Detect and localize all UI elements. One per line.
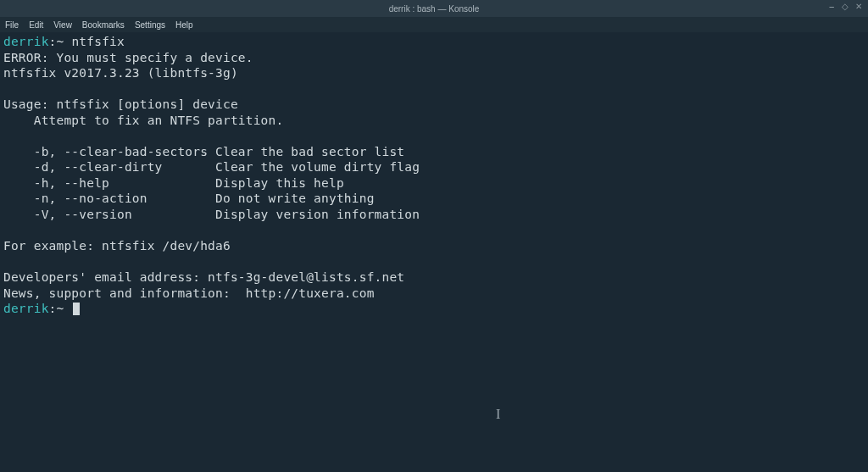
- output-line: -h, --help Display this help: [3, 176, 344, 190]
- window-controls: ‒ ◇ ✕: [827, 3, 863, 11]
- command-input: ntfsfix: [71, 35, 125, 48]
- maximize-icon[interactable]: ◇: [841, 3, 849, 11]
- prompt-sep: :: [49, 35, 57, 48]
- window-titlebar: derrik : bash — Konsole ‒ ◇ ✕: [0, 0, 868, 17]
- minimize-icon[interactable]: ‒: [827, 3, 836, 11]
- output-line: -d, --clear-dirty Clear the volume dirty…: [3, 160, 420, 174]
- output-line: Attempt to fix an NTFS partition.: [3, 114, 283, 127]
- menu-bookmarks[interactable]: Bookmarks: [82, 20, 125, 30]
- output-line: ntfsfix v2017.3.23 (libntfs-3g): [3, 66, 238, 80]
- output-line: -b, --clear-bad-sectors Clear the bad se…: [3, 145, 404, 158]
- terminal-cursor: [73, 303, 80, 315]
- menu-settings[interactable]: Settings: [135, 20, 165, 30]
- menu-help[interactable]: Help: [175, 20, 193, 30]
- output-line: -V, --version Display version informatio…: [3, 208, 420, 221]
- prompt-user: derrik: [3, 35, 49, 48]
- output-line: For example: ntfsfix /dev/hda6: [3, 239, 231, 253]
- menubar: File Edit View Bookmarks Settings Help: [0, 17, 868, 32]
- terminal-area[interactable]: derrik:~ ntfsfix ERROR: You must specify…: [0, 32, 868, 319]
- menu-view[interactable]: View: [53, 20, 72, 30]
- menu-file[interactable]: File: [5, 20, 19, 30]
- menu-edit[interactable]: Edit: [29, 20, 43, 30]
- output-line: ERROR: You must specify a device.: [3, 51, 253, 64]
- prompt-user: derrik: [3, 302, 49, 315]
- mouse-text-cursor-icon: I: [496, 407, 500, 422]
- window-title: derrik : bash — Konsole: [389, 4, 480, 14]
- output-line: Usage: ntfsfix [options] device: [3, 97, 238, 111]
- output-line: News, support and information: http://tu…: [3, 286, 375, 300]
- prompt-symbol: [64, 302, 71, 315]
- output-line: -n, --no-action Do not write anything: [3, 192, 375, 205]
- prompt-sep: :: [49, 302, 57, 315]
- close-icon[interactable]: ✕: [854, 3, 863, 11]
- output-line: Developers' email address: ntfs-3g-devel…: [3, 270, 404, 284]
